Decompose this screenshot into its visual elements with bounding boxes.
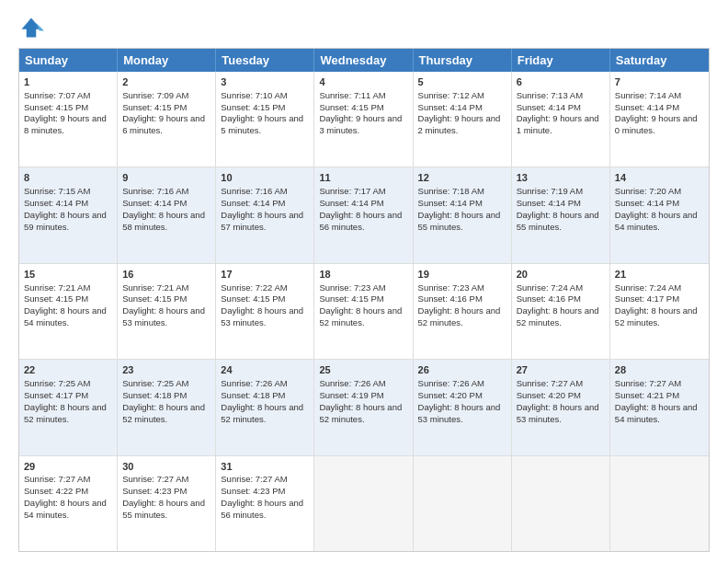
sunset-text: Sunset: 4:23 PM — [221, 486, 285, 496]
empty-cell — [314, 456, 413, 551]
logo — [18, 15, 48, 40]
sunrise-text: Sunrise: 7:10 AM — [221, 90, 287, 100]
day-cell-11: 11Sunrise: 7:17 AMSunset: 4:14 PMDayligh… — [314, 167, 413, 262]
daylight-text: Daylight: 9 hours and 8 minutes. — [24, 113, 107, 135]
sunrise-text: Sunrise: 7:26 AM — [221, 378, 287, 388]
day-number: 8 — [24, 171, 112, 185]
sunrise-text: Sunrise: 7:11 AM — [319, 90, 385, 100]
sunset-text: Sunset: 4:20 PM — [517, 390, 581, 400]
daylight-text: Daylight: 8 hours and 52 minutes. — [319, 305, 402, 327]
sunset-text: Sunset: 4:14 PM — [615, 102, 679, 112]
day-number: 25 — [319, 363, 407, 377]
day-cell-16: 16Sunrise: 7:21 AMSunset: 4:15 PMDayligh… — [118, 264, 216, 359]
sunrise-text: Sunrise: 7:26 AM — [319, 378, 385, 388]
sunset-text: Sunset: 4:20 PM — [418, 390, 483, 400]
daylight-text: Daylight: 9 hours and 0 minutes. — [615, 113, 698, 135]
day-cell-28: 28Sunrise: 7:27 AMSunset: 4:21 PMDayligh… — [610, 360, 709, 454]
sunset-text: Sunset: 4:15 PM — [24, 293, 88, 304]
day-number: 13 — [517, 171, 605, 185]
day-number: 3 — [221, 75, 309, 89]
day-cell-30: 30Sunrise: 7:27 AMSunset: 4:23 PMDayligh… — [118, 456, 216, 551]
day-number: 7 — [615, 75, 704, 89]
sunrise-text: Sunrise: 7:23 AM — [418, 282, 484, 293]
sunrise-text: Sunrise: 7:27 AM — [615, 378, 681, 388]
sunset-text: Sunset: 4:16 PM — [517, 293, 581, 304]
day-number: 17 — [221, 268, 309, 282]
sunset-text: Sunset: 4:14 PM — [221, 198, 285, 208]
day-cell-8: 8Sunrise: 7:15 AMSunset: 4:14 PMDaylight… — [19, 167, 118, 262]
empty-cell — [414, 456, 512, 551]
day-number: 22 — [24, 363, 112, 377]
daylight-text: Daylight: 8 hours and 52 minutes. — [24, 402, 107, 424]
day-cell-14: 14Sunrise: 7:20 AMSunset: 4:14 PMDayligh… — [610, 167, 709, 262]
sunset-text: Sunset: 4:15 PM — [319, 293, 383, 304]
header-day-monday: Monday — [118, 49, 216, 72]
svg-marker-0 — [22, 18, 41, 38]
daylight-text: Daylight: 8 hours and 52 minutes. — [122, 402, 205, 424]
day-number: 27 — [517, 363, 605, 377]
daylight-text: Daylight: 8 hours and 54 minutes. — [615, 402, 698, 424]
daylight-text: Daylight: 8 hours and 53 minutes. — [418, 402, 501, 424]
day-cell-27: 27Sunrise: 7:27 AMSunset: 4:20 PMDayligh… — [512, 360, 610, 454]
daylight-text: Daylight: 8 hours and 52 minutes. — [418, 305, 501, 327]
sunrise-text: Sunrise: 7:22 AM — [221, 282, 287, 293]
calendar-body: 1Sunrise: 7:07 AMSunset: 4:15 PMDaylight… — [19, 72, 709, 551]
day-number: 24 — [221, 363, 309, 377]
sunset-text: Sunset: 4:14 PM — [319, 198, 383, 208]
day-cell-2: 2Sunrise: 7:09 AMSunset: 4:15 PMDaylight… — [118, 72, 216, 167]
sunset-text: Sunset: 4:14 PM — [418, 198, 483, 208]
sunset-text: Sunset: 4:15 PM — [122, 102, 187, 112]
day-cell-25: 25Sunrise: 7:26 AMSunset: 4:19 PMDayligh… — [314, 360, 413, 454]
day-number: 29 — [24, 460, 112, 474]
daylight-text: Daylight: 9 hours and 5 minutes. — [221, 113, 303, 135]
sunrise-text: Sunrise: 7:07 AM — [24, 90, 90, 100]
day-number: 16 — [122, 268, 210, 282]
sunset-text: Sunset: 4:14 PM — [24, 198, 88, 208]
day-number: 10 — [221, 171, 309, 185]
day-cell-9: 9Sunrise: 7:16 AMSunset: 4:14 PMDaylight… — [118, 167, 216, 262]
day-cell-3: 3Sunrise: 7:10 AMSunset: 4:15 PMDaylight… — [216, 72, 314, 167]
day-number: 26 — [418, 363, 506, 377]
day-number: 31 — [221, 460, 309, 474]
daylight-text: Daylight: 9 hours and 2 minutes. — [418, 113, 501, 135]
daylight-text: Daylight: 8 hours and 53 minutes. — [517, 402, 599, 424]
day-number: 21 — [615, 268, 704, 282]
sunrise-text: Sunrise: 7:18 AM — [418, 186, 484, 196]
day-cell-17: 17Sunrise: 7:22 AMSunset: 4:15 PMDayligh… — [216, 264, 314, 359]
sunrise-text: Sunrise: 7:14 AM — [615, 90, 681, 100]
day-cell-13: 13Sunrise: 7:19 AMSunset: 4:14 PMDayligh… — [512, 167, 610, 262]
day-number: 4 — [319, 75, 407, 89]
sunrise-text: Sunrise: 7:12 AM — [418, 90, 484, 100]
day-number: 30 — [122, 460, 210, 474]
header — [18, 15, 710, 40]
daylight-text: Daylight: 8 hours and 53 minutes. — [122, 305, 205, 327]
day-cell-7: 7Sunrise: 7:14 AMSunset: 4:14 PMDaylight… — [610, 72, 709, 167]
day-cell-29: 29Sunrise: 7:27 AMSunset: 4:22 PMDayligh… — [19, 456, 118, 551]
calendar: SundayMondayTuesdayWednesdayThursdayFrid… — [18, 48, 710, 552]
sunrise-text: Sunrise: 7:21 AM — [122, 282, 188, 293]
daylight-text: Daylight: 8 hours and 54 minutes. — [24, 498, 107, 520]
day-cell-21: 21Sunrise: 7:24 AMSunset: 4:17 PMDayligh… — [610, 264, 709, 359]
day-cell-24: 24Sunrise: 7:26 AMSunset: 4:18 PMDayligh… — [216, 360, 314, 454]
sunset-text: Sunset: 4:15 PM — [221, 293, 285, 304]
sunrise-text: Sunrise: 7:13 AM — [517, 90, 583, 100]
sunset-text: Sunset: 4:16 PM — [418, 293, 483, 304]
sunrise-text: Sunrise: 7:09 AM — [122, 90, 188, 100]
day-number: 11 — [319, 171, 407, 185]
sunrise-text: Sunrise: 7:26 AM — [418, 378, 484, 388]
daylight-text: Daylight: 8 hours and 57 minutes. — [221, 210, 303, 232]
sunrise-text: Sunrise: 7:25 AM — [24, 378, 90, 388]
sunrise-text: Sunrise: 7:27 AM — [517, 378, 583, 388]
daylight-text: Daylight: 8 hours and 53 minutes. — [221, 305, 303, 327]
sunrise-text: Sunrise: 7:24 AM — [615, 282, 681, 293]
sunset-text: Sunset: 4:18 PM — [122, 390, 187, 400]
sunset-text: Sunset: 4:22 PM — [24, 486, 88, 496]
sunrise-text: Sunrise: 7:19 AM — [517, 186, 583, 196]
calendar-row-5: 29Sunrise: 7:27 AMSunset: 4:22 PMDayligh… — [19, 456, 709, 551]
day-cell-23: 23Sunrise: 7:25 AMSunset: 4:18 PMDayligh… — [118, 360, 216, 454]
header-day-thursday: Thursday — [414, 49, 512, 72]
sunset-text: Sunset: 4:14 PM — [418, 102, 483, 112]
sunrise-text: Sunrise: 7:27 AM — [24, 474, 90, 484]
day-number: 9 — [122, 171, 210, 185]
day-cell-22: 22Sunrise: 7:25 AMSunset: 4:17 PMDayligh… — [19, 360, 118, 454]
